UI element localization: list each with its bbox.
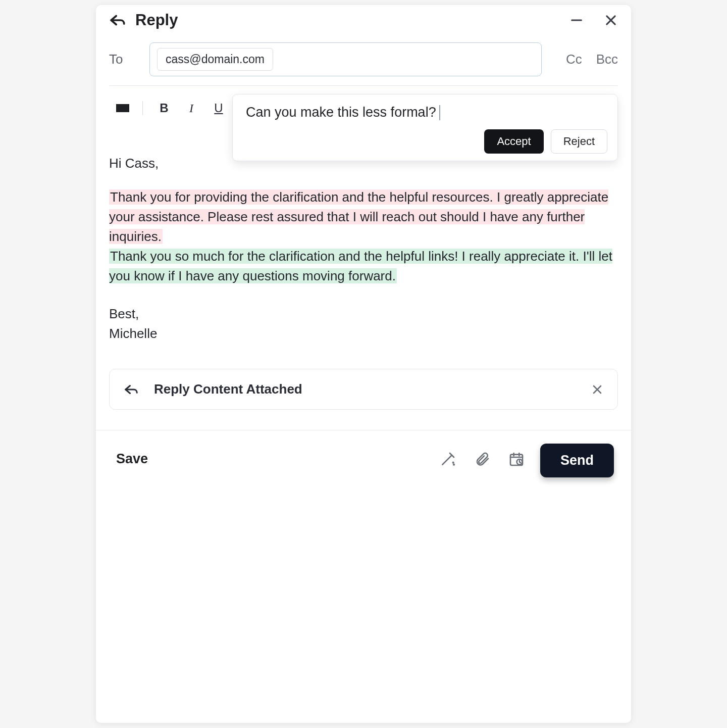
attachment-icon[interactable] [474, 451, 491, 468]
ai-suggestion-card: Can you make this less formal? Accept Re… [232, 94, 618, 161]
bold-button[interactable]: B [156, 101, 172, 115]
svg-point-6 [453, 464, 454, 465]
cc-button[interactable]: Cc [566, 52, 582, 67]
signoff-line-1: Best, [109, 304, 618, 324]
italic-button[interactable]: I [183, 102, 199, 115]
recipient-chip[interactable]: cass@domain.com [157, 48, 273, 71]
to-field[interactable]: cass@domain.com [149, 42, 542, 76]
text-color-swatch[interactable] [116, 104, 129, 112]
attached-label: Reply Content Attached [154, 381, 576, 397]
ai-prompt-input[interactable]: Can you make this less formal? [243, 104, 607, 125]
close-icon[interactable] [604, 13, 618, 27]
minimize-icon[interactable] [569, 13, 584, 27]
to-label: To [109, 52, 139, 67]
send-button[interactable]: Send [540, 444, 614, 477]
schedule-send-icon[interactable] [508, 451, 525, 468]
text-cursor [439, 105, 440, 120]
window-title: Reply [135, 11, 178, 29]
diff-removed-text: Thank you for providing the clarificatio… [109, 189, 608, 244]
reject-button[interactable]: Reject [551, 129, 607, 154]
email-body[interactable]: Hi Cass, Thank you for providing the cla… [96, 139, 631, 349]
accept-button[interactable]: Accept [484, 129, 543, 154]
remove-attachment-icon[interactable] [591, 383, 603, 396]
header-bar: Reply [96, 5, 631, 38]
underline-button[interactable]: U [211, 101, 227, 115]
signoff-line-2: Michelle [109, 324, 618, 344]
save-button[interactable]: Save [116, 451, 148, 467]
svg-point-5 [453, 462, 454, 463]
bcc-button[interactable]: Bcc [596, 52, 618, 67]
diff-added-text: Thank you so much for the clarification … [109, 249, 612, 283]
reply-back-icon[interactable] [109, 13, 126, 28]
recipients-row: To cass@domain.com Cc Bcc [96, 38, 631, 85]
reply-content-attached: Reply Content Attached [109, 369, 618, 410]
footer-bar: Save [96, 430, 631, 480]
reply-icon [124, 383, 139, 396]
format-toolbar: B I U Can you make this less formal? Acc… [96, 86, 631, 119]
compose-window: Reply To cass@domain.com Cc Bcc B I U [96, 5, 631, 723]
magic-wand-icon[interactable] [439, 451, 456, 468]
separator [142, 101, 143, 115]
ai-prompt-text: Can you make this less formal? [246, 105, 436, 120]
